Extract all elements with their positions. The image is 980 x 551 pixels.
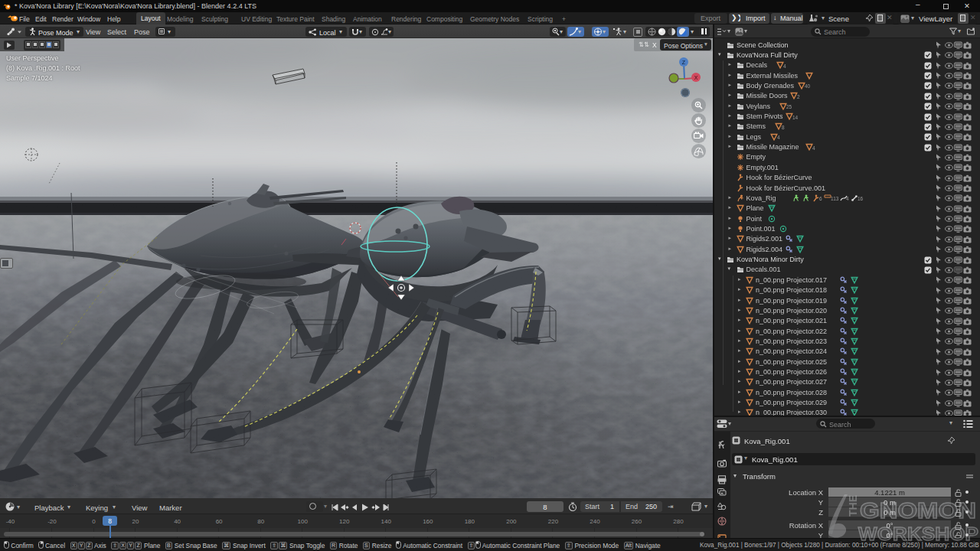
svg-text:Z: Z bbox=[682, 60, 686, 65]
svg-text:GNOMON: GNOMON bbox=[860, 498, 976, 523]
svg-text:THE: THE bbox=[847, 495, 859, 517]
svg-text:X: X bbox=[694, 75, 698, 80]
svg-text:WORKSHOP: WORKSHOP bbox=[858, 524, 978, 544]
